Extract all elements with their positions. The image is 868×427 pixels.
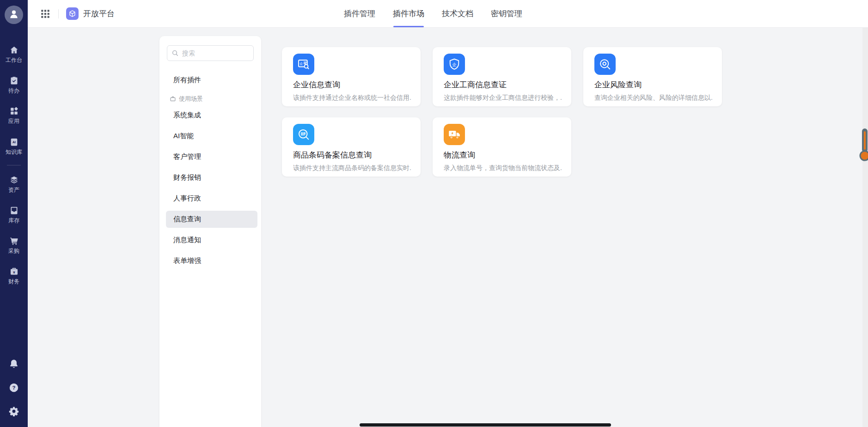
rail-item-workbench[interactable]: 工作台 (6, 45, 22, 63)
bell-icon (8, 359, 19, 370)
briefcase-icon (170, 96, 176, 102)
inventory-icon (9, 206, 19, 215)
vertical-scrollbar-track[interactable] (862, 28, 868, 427)
finance-icon: ¥ (9, 267, 19, 276)
plugin-title: 企业风险查询 (594, 79, 713, 90)
category-panel: 所有插件 使用场景 系统集成AI智能客户管理财务报销人事行政信息查询消息通知表单… (159, 36, 261, 427)
rail-nav: 工作台待办应用AI知识库资产库存采购¥财务 (0, 45, 28, 285)
enterprise-info-icon: 企 (293, 54, 314, 75)
thermometer-icon (858, 128, 868, 163)
person-icon (8, 8, 20, 22)
search-input[interactable] (167, 45, 254, 61)
tab-key-management[interactable]: 密钥管理 (491, 0, 522, 27)
horizontal-scrollbar[interactable] (360, 423, 611, 427)
plugin-desc: 该插件支持通过企业名称或统一社会信用... (293, 94, 411, 102)
rail-item-purchase[interactable]: 采购 (8, 236, 19, 254)
plugin-card[interactable]: 企企业信息查询该插件支持通过企业名称或统一社会信用... (282, 47, 421, 106)
logistics-truck-icon (444, 124, 465, 145)
page-title: 开放平台 (83, 8, 115, 19)
rail-bottom: ? (8, 359, 19, 427)
scene-section-label: 使用场景 (170, 95, 261, 103)
scene-section-text: 使用场景 (179, 95, 203, 103)
risk-search-icon (594, 54, 616, 75)
tab-plugin-management[interactable]: 插件管理 (344, 0, 375, 27)
rail-item-label: 资产 (8, 187, 19, 193)
knowledge-icon: AI (9, 137, 19, 147)
category-hr-admin[interactable]: 人事行政 (166, 190, 257, 207)
category-list: 系统集成AI智能客户管理财务报销人事行政信息查询消息通知表单增强 (166, 107, 257, 269)
settings-button[interactable] (8, 406, 19, 417)
platform-logo-icon (66, 7, 79, 20)
category-all-plugins[interactable]: 所有插件 (166, 72, 257, 88)
grid-icon (40, 8, 51, 19)
cart-icon (9, 236, 19, 246)
category-customer[interactable]: 客户管理 (166, 148, 257, 165)
category-info-query[interactable]: 信息查询 (166, 211, 257, 228)
topbar-divider (58, 9, 59, 18)
rail-item-label: 库存 (8, 218, 19, 224)
tab-plugin-market[interactable]: 插件市场 (393, 0, 424, 27)
plugin-title: 物流查询 (444, 150, 562, 160)
rail-item-label: 财务 (8, 279, 19, 285)
search-icon (171, 49, 179, 57)
avatar[interactable] (5, 6, 23, 24)
plugin-card-grid: 企企业信息查询该插件支持通过企业名称或统一社会信用...企企业工商信息查证这款插… (282, 47, 722, 177)
rail-divider (7, 165, 21, 165)
category-ai[interactable]: AI智能 (166, 128, 257, 145)
plugin-card[interactable]: 企企业工商信息查证这款插件能够对企业工商信息进行校验，... (433, 47, 571, 106)
svg-text:?: ? (12, 385, 15, 390)
assets-icon (9, 175, 19, 185)
rail-item-label: 待办 (8, 88, 19, 94)
barcode-search-icon (293, 124, 314, 145)
top-tabs: 插件管理插件市场技术文档密钥管理 (344, 0, 522, 27)
category-form-enhance[interactable]: 表单增强 (166, 252, 257, 269)
plugin-desc: 这款插件能够对企业工商信息进行校验，... (444, 94, 562, 102)
plugin-desc: 查询企业相关的风险、风险的详细信息以... (594, 94, 713, 102)
thermometer-widget[interactable] (858, 128, 868, 163)
topbar: 开放平台 插件管理插件市场技术文档密钥管理 (28, 0, 868, 28)
plugin-card[interactable]: 企业风险查询查询企业相关的风险、风险的详细信息以... (583, 47, 722, 106)
rail-item-finance[interactable]: ¥财务 (8, 267, 19, 285)
help-icon: ? (8, 382, 19, 393)
category-message-notify[interactable]: 消息通知 (166, 232, 257, 249)
plugin-title: 商品条码备案信息查询 (293, 150, 411, 160)
notifications-button[interactable] (8, 359, 19, 370)
tab-tech-docs[interactable]: 技术文档 (442, 0, 473, 27)
rail-item-label: 采购 (8, 248, 19, 254)
plugin-card[interactable]: 物流查询录入物流单号，查询货物当前物流状态及... (433, 117, 571, 177)
rail-item-todo[interactable]: 待办 (8, 76, 19, 94)
enterprise-shield-icon: 企 (444, 54, 465, 75)
rail-item-assets[interactable]: 资产 (8, 175, 19, 193)
rail-item-apps[interactable]: 应用 (8, 106, 19, 124)
rail-item-label: 工作台 (6, 57, 22, 63)
app-launcher-button[interactable] (40, 8, 51, 19)
apps-icon (9, 106, 19, 116)
plugin-title: 企业信息查询 (293, 79, 411, 90)
help-button[interactable]: ? (8, 382, 19, 393)
app-rail: 工作台待办应用AI知识库资产库存采购¥财务 ? (0, 0, 28, 427)
rail-item-inventory[interactable]: 库存 (8, 206, 19, 224)
plugin-title: 企业工商信息查证 (444, 79, 562, 90)
svg-text:企: 企 (300, 62, 303, 65)
category-finance-expense[interactable]: 财务报销 (166, 169, 257, 186)
category-system-integration[interactable]: 系统集成 (166, 107, 257, 124)
svg-text:¥: ¥ (13, 270, 15, 274)
gear-icon (8, 406, 19, 417)
svg-text:企: 企 (452, 62, 457, 67)
home-icon (9, 45, 19, 55)
plugin-card[interactable]: 商品条码备案信息查询该插件支持主流商品条码的备案信息实时... (282, 117, 421, 177)
rail-item-label: 应用 (8, 118, 19, 124)
rail-item-label: 知识库 (6, 149, 22, 155)
rail-item-knowledge[interactable]: AI知识库 (6, 137, 22, 155)
plugin-desc: 该插件支持主流商品条码的备案信息实时... (293, 164, 411, 172)
plugin-desc: 录入物流单号，查询货物当前物流状态及... (444, 164, 562, 172)
todo-icon (9, 76, 19, 85)
svg-text:AI: AI (12, 140, 16, 144)
